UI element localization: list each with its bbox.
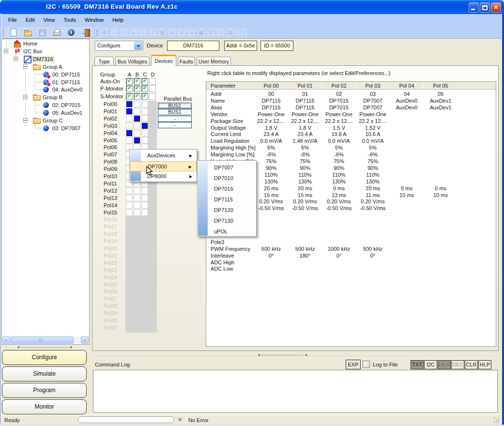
- scroll-left-button[interactable]: ‹: [2, 336, 10, 344]
- submenu-item-dp7010[interactable]: DP7010: [198, 173, 256, 183]
- tree-item-05-auxdev1[interactable]: 05: AuxDev1: [2, 109, 89, 117]
- tree-expander-icon[interactable]: [23, 95, 28, 99]
- column-header-parameter[interactable]: Parameter: [211, 83, 235, 89]
- pol-cell-pol01-A[interactable]: [126, 108, 133, 115]
- tab-devices[interactable]: Devices: [151, 55, 176, 66]
- exp-button[interactable]: EXP: [346, 360, 361, 369]
- group-checkbox-p-monitor-B[interactable]: [134, 85, 140, 92]
- tree-horizontal-scrollbar[interactable]: ‹ ›: [2, 336, 89, 344]
- toolbar-button-save[interactable]: [35, 28, 49, 37]
- pol-cell-pol13-B[interactable]: [134, 195, 140, 201]
- tree-item-02-dp7015[interactable]: 02: DP7015: [2, 101, 89, 109]
- tree-item-group-b[interactable]: Group B: [2, 93, 89, 101]
- pol-cell-pol12-B[interactable]: [134, 187, 140, 194]
- parallel-bus-item[interactable]: BUS1: [158, 109, 192, 115]
- toolbar-button-new-document[interactable]: [6, 28, 20, 37]
- simulate-button[interactable]: Simulate: [2, 366, 87, 381]
- group-checkbox-auto-on-C[interactable]: [141, 78, 148, 85]
- group-checkbox-s-monitor-D[interactable]: [149, 93, 156, 100]
- column-header-pol-05[interactable]: Pol 05: [424, 83, 458, 89]
- maximize-button[interactable]: [480, 2, 490, 13]
- tree-item-dm7316[interactable]: DM7316: [2, 55, 89, 63]
- error-clear-icon[interactable]: ✕: [176, 416, 183, 424]
- tree-item-group-c[interactable]: Group C: [2, 117, 89, 124]
- group-checkbox-s-monitor-A[interactable]: [126, 93, 133, 100]
- tree-expander-icon[interactable]: [23, 118, 28, 122]
- pol-cell-pol02-A[interactable]: [126, 115, 133, 122]
- tree-expander-icon[interactable]: [4, 49, 8, 53]
- hlp-button[interactable]: HLP: [478, 360, 491, 369]
- group-checkbox-auto-on-A[interactable]: [126, 78, 133, 85]
- menu-tools[interactable]: Tools: [59, 14, 80, 26]
- toolbar-button-info[interactable]: [64, 28, 78, 37]
- pol-cell-pol02-C[interactable]: [141, 115, 148, 122]
- left-panel-splitter[interactable]: ▼▼: [15, 346, 75, 349]
- pol-cell-pol15-A[interactable]: [126, 209, 133, 216]
- pol-cell-pol12-A[interactable]: [126, 187, 133, 194]
- i2c-button[interactable]: I2C: [424, 360, 437, 369]
- close-button[interactable]: ✕: [491, 2, 501, 13]
- pol-cell-pol13-C[interactable]: [141, 195, 148, 201]
- pol-cell-pol00-A[interactable]: [126, 101, 133, 107]
- tree-item-01-dp7115[interactable]: 01: DP7115: [2, 78, 89, 86]
- mode-combobox[interactable]: Configure: [95, 41, 143, 51]
- tree-item-home[interactable]: Home: [2, 40, 89, 47]
- pol-cell-pol13-A[interactable]: [126, 195, 133, 201]
- tree-expander-icon[interactable]: [14, 57, 18, 61]
- scroll-right-button[interactable]: ›: [81, 336, 89, 344]
- submenu-item-dp7115[interactable]: DP7115: [198, 194, 256, 205]
- menu-window[interactable]: Window: [80, 14, 108, 26]
- tree-item-i2c-bus[interactable]: ⇄I2C Bus: [2, 47, 89, 55]
- submenu-item-dp7007[interactable]: DP7007: [198, 162, 256, 173]
- pol-cell-pol03-B[interactable]: [134, 122, 140, 129]
- tree-item-group-a[interactable]: Group A: [2, 63, 89, 71]
- configure-button[interactable]: Configure: [2, 350, 87, 365]
- dec-button[interactable]: DEC: [451, 360, 464, 369]
- tree-item-03-dp7007[interactable]: 03: DP7007: [2, 124, 89, 132]
- pol-cell-pol04-B[interactable]: [134, 130, 140, 137]
- context-menu-item-dp8000[interactable]: DP8000▶: [130, 171, 197, 182]
- pol-cell-pol04-C[interactable]: [141, 130, 148, 137]
- pol-cell-pol05-B[interactable]: [134, 137, 140, 144]
- log-to-file-checkbox[interactable]: [363, 361, 370, 368]
- pol-cell-pol01-B[interactable]: [134, 108, 140, 115]
- scrollbar-thumb[interactable]: [11, 336, 74, 344]
- menu-edit[interactable]: Edit: [21, 14, 39, 26]
- menu-help[interactable]: Help: [108, 14, 128, 26]
- group-checkbox-p-monitor-D[interactable]: [149, 85, 156, 92]
- pol-cell-pol02-B[interactable]: [134, 115, 140, 122]
- pol-cell-pol15-C[interactable]: [141, 209, 148, 216]
- tab-faults[interactable]: Faults: [178, 57, 195, 66]
- menu-view[interactable]: View: [39, 14, 60, 26]
- pol-cell-pol14-C[interactable]: [141, 202, 148, 209]
- group-checkbox-auto-on-B[interactable]: [134, 78, 140, 85]
- pol-cell-pol14-B[interactable]: [134, 202, 140, 209]
- minimize-button[interactable]: [469, 2, 479, 13]
- toolbar-button-exit[interactable]: [78, 28, 93, 37]
- pol-cell-pol03-C[interactable]: [141, 122, 148, 129]
- pol-cell-pol00-C[interactable]: [141, 101, 148, 107]
- submenu-item-dp7130[interactable]: DP7130: [198, 215, 256, 226]
- pol-cell-pol04-A[interactable]: [126, 130, 133, 137]
- toolbar-button-print[interactable]: [49, 28, 64, 37]
- submenu-item-dp7120[interactable]: DP7120: [198, 205, 256, 215]
- column-header-pol-01[interactable]: Pol 01: [288, 83, 322, 89]
- log-panel-splitter[interactable]: ▼▼: [256, 353, 310, 357]
- tree-item-00-dp7115[interactable]: 00: DP7115: [2, 71, 89, 78]
- column-header-pol-00[interactable]: Pol 00: [254, 83, 288, 89]
- menu-file[interactable]: File: [4, 14, 21, 26]
- column-header-pol-04[interactable]: Pol 04: [390, 83, 424, 89]
- pol-cell-pol00-B[interactable]: [134, 101, 140, 107]
- submenu-item-upol[interactable]: uPOL: [198, 226, 256, 237]
- tab-type[interactable]: Type: [94, 57, 114, 66]
- pol-cell-pol03-A[interactable]: [126, 122, 133, 129]
- pol-cell-pol01-C[interactable]: [141, 108, 148, 115]
- toolbar-button-open-folder[interactable]: [20, 28, 35, 37]
- tree-expander-icon[interactable]: [23, 64, 28, 69]
- column-header-pol-03[interactable]: Pol 03: [356, 83, 390, 89]
- group-checkbox-p-monitor-C[interactable]: [141, 85, 148, 92]
- tree-item-04-auxdev0[interactable]: 04: AuxDev0: [2, 86, 89, 93]
- context-menu-item-auxdevices[interactable]: AuxDevices▶: [130, 151, 197, 161]
- parallel-bus-item[interactable]: -: [158, 116, 192, 122]
- command-log-output[interactable]: [93, 370, 498, 412]
